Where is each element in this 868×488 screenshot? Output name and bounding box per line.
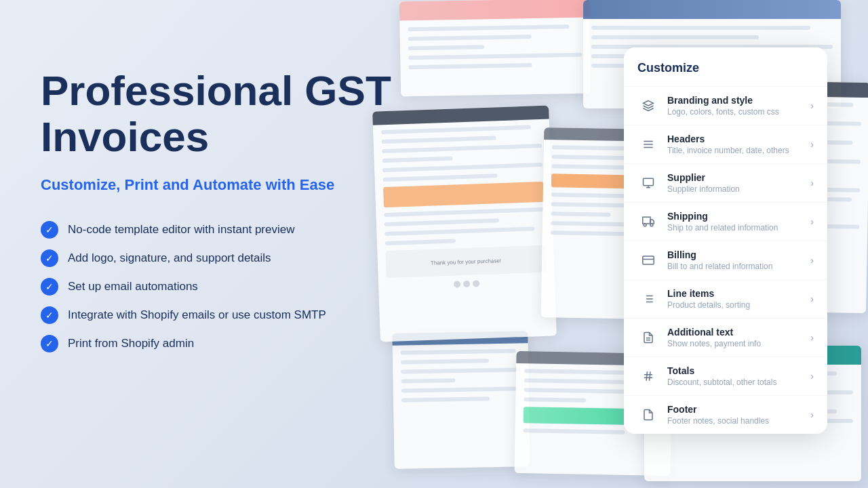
branding-chevron: › bbox=[810, 100, 814, 111]
headers-icon bbox=[637, 134, 659, 155]
svg-rect-9 bbox=[643, 256, 654, 264]
feature-text: Integrate with Shopify emails or use cus… bbox=[68, 308, 326, 322]
branding-icon bbox=[637, 95, 659, 117]
invoice-preview-bottom-left bbox=[392, 331, 530, 468]
shipping-icon bbox=[637, 211, 659, 232]
additional-chevron: › bbox=[810, 332, 814, 343]
lineitems-icon bbox=[637, 288, 659, 310]
footer-chevron: › bbox=[810, 409, 814, 420]
invoice-preview-main: Thank you for your purchase! bbox=[372, 106, 557, 342]
supplier-chevron: › bbox=[810, 178, 814, 188]
check-icon: ✓ bbox=[41, 221, 58, 239]
svg-line-22 bbox=[650, 371, 651, 381]
feature-text: No-code template editor with instant pre… bbox=[68, 223, 295, 237]
feature-item: ✓ Add logo, signature, and support detai… bbox=[41, 249, 393, 267]
billing-title: Billing bbox=[667, 249, 810, 260]
feature-text: Add logo, signature, and support details bbox=[68, 251, 271, 265]
shipping-desc: Ship to and related information bbox=[667, 223, 810, 232]
supplier-title: Supplier bbox=[667, 172, 810, 183]
headers-desc: Title, invoice number, date, others bbox=[667, 146, 810, 155]
check-icon: ✓ bbox=[41, 278, 58, 296]
additional-title: Additional text bbox=[667, 327, 810, 338]
footer-icon bbox=[637, 404, 659, 426]
feature-item: ✓ Print from Shopify admin bbox=[41, 335, 393, 352]
menu-item-lineitems[interactable]: Line items Product details, sorting › bbox=[624, 280, 827, 319]
feature-item: ✓ Set up email automations bbox=[41, 278, 393, 296]
invoice-preview-top-center bbox=[399, 0, 591, 96]
additional-desc: Show notes, payment info bbox=[667, 339, 810, 348]
totals-desc: Discount, subtotal, other totals bbox=[667, 378, 810, 387]
subtitle: Customize, Print and Automate with Ease bbox=[41, 176, 393, 194]
svg-point-7 bbox=[644, 224, 646, 226]
shipping-text: Shipping Ship to and related information bbox=[667, 211, 810, 232]
supplier-text: Supplier Supplier information bbox=[667, 172, 810, 194]
feature-item: ✓ No-code template editor with instant p… bbox=[41, 221, 393, 239]
check-icon: ✓ bbox=[41, 249, 58, 267]
billing-chevron: › bbox=[810, 255, 814, 266]
menu-item-billing[interactable]: Billing Bill to and related information … bbox=[624, 241, 827, 280]
totals-icon bbox=[637, 365, 659, 387]
menu-item-additional[interactable]: Additional text Show notes, payment info… bbox=[624, 319, 827, 357]
svg-point-8 bbox=[650, 224, 653, 226]
main-title: Professional GST Invoices bbox=[41, 68, 393, 160]
lineitems-desc: Product details, sorting bbox=[667, 300, 810, 310]
panel-title: Customize bbox=[624, 47, 827, 87]
branding-title: Branding and style bbox=[667, 95, 810, 106]
lineitems-text: Line items Product details, sorting bbox=[667, 288, 810, 310]
additional-icon bbox=[637, 327, 659, 348]
feature-item: ✓ Integrate with Shopify emails or use c… bbox=[41, 306, 393, 324]
menu-item-headers[interactable]: Headers Title, invoice number, date, oth… bbox=[624, 125, 827, 164]
shipping-title: Shipping bbox=[667, 211, 810, 222]
totals-chevron: › bbox=[810, 371, 814, 382]
customize-panel: Customize Branding and style Logo, color… bbox=[624, 47, 827, 434]
totals-title: Totals bbox=[667, 365, 810, 376]
menu-item-branding[interactable]: Branding and style Logo, colors, fonts, … bbox=[624, 87, 827, 125]
lineitems-title: Line items bbox=[667, 288, 810, 299]
lineitems-chevron: › bbox=[810, 293, 814, 304]
totals-text: Totals Discount, subtotal, other totals bbox=[667, 365, 810, 387]
branding-text: Branding and style Logo, colors, fonts, … bbox=[667, 95, 810, 117]
footer-title: Footer bbox=[667, 404, 810, 415]
menu-item-totals[interactable]: Totals Discount, subtotal, other totals … bbox=[624, 357, 827, 396]
headers-text: Headers Title, invoice number, date, oth… bbox=[667, 134, 810, 155]
supplier-desc: Supplier information bbox=[667, 184, 810, 194]
hero-section: Professional GST Invoices Customize, Pri… bbox=[41, 68, 393, 352]
billing-text: Billing Bill to and related information bbox=[667, 249, 810, 271]
feature-text: Print from Shopify admin bbox=[68, 337, 194, 350]
menu-items-container: Branding and style Logo, colors, fonts, … bbox=[624, 87, 827, 434]
menu-item-shipping[interactable]: Shipping Ship to and related information… bbox=[624, 203, 827, 241]
footer-desc: Footer notes, social handles bbox=[667, 416, 810, 426]
menu-item-footer[interactable]: Footer Footer notes, social handles › bbox=[624, 396, 827, 434]
svg-rect-3 bbox=[644, 178, 654, 186]
additional-text: Additional text Show notes, payment info bbox=[667, 327, 810, 348]
check-icon: ✓ bbox=[41, 335, 58, 352]
menu-item-supplier[interactable]: Supplier Supplier information › bbox=[624, 164, 827, 203]
branding-desc: Logo, colors, fonts, custom css bbox=[667, 107, 810, 117]
svg-line-21 bbox=[646, 371, 648, 381]
features-list: ✓ No-code template editor with instant p… bbox=[41, 221, 393, 352]
headers-title: Headers bbox=[667, 134, 810, 144]
footer-text: Footer Footer notes, social handles bbox=[667, 404, 810, 426]
check-icon: ✓ bbox=[41, 306, 58, 324]
billing-icon bbox=[637, 249, 659, 271]
feature-text: Set up email automations bbox=[68, 280, 198, 293]
supplier-icon bbox=[637, 172, 659, 194]
billing-desc: Bill to and related information bbox=[667, 262, 810, 271]
shipping-chevron: › bbox=[810, 216, 814, 227]
headers-chevron: › bbox=[810, 139, 814, 150]
svg-rect-6 bbox=[643, 217, 650, 224]
